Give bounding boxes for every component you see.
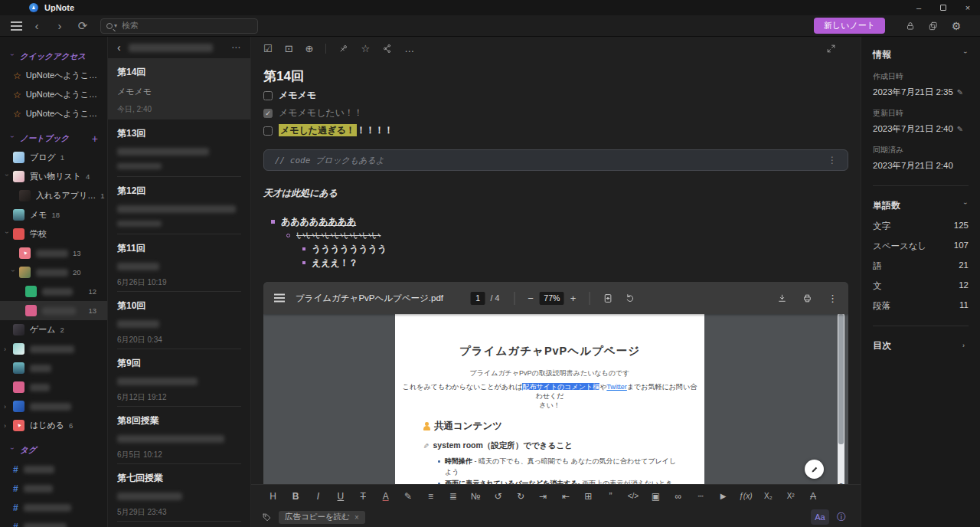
sidebar-item-redacted[interactable]: 13	[0, 244, 107, 263]
align-icon[interactable]: ≡	[420, 491, 442, 502]
tags-header[interactable]: › タグ	[0, 441, 107, 460]
bullet-list-icon[interactable]: ≣	[442, 491, 464, 502]
code-block-icon[interactable]: ▣	[645, 491, 667, 502]
quick-access-item[interactable]: ☆UpNoteへようこ…	[0, 104, 107, 123]
edit-icon[interactable]: ✎	[957, 88, 963, 97]
print-button[interactable]	[802, 293, 812, 303]
sidebar-toggle-icon[interactable]	[11, 25, 22, 27]
info-section-header[interactable]: 情報 ›	[873, 47, 969, 61]
tag-item-redacted[interactable]: #	[0, 460, 107, 479]
insert-icon[interactable]: ⊕	[305, 43, 314, 54]
note-item[interactable]: 第8回授業 6月5日 10:12	[108, 407, 250, 464]
note-item-selected[interactable]: 第14回 メモメモ 今日, 2:40	[108, 58, 250, 119]
twitter-link[interactable]: Twitter	[606, 383, 627, 391]
quick-access-item[interactable]: ☆UpNoteへようこ…	[0, 85, 107, 104]
inline-code-icon[interactable]: </>	[622, 492, 644, 500]
quick-access-item[interactable]: ☆UpNoteへようこ…	[0, 66, 107, 85]
back-button[interactable]: ‹	[28, 19, 45, 32]
outdent-icon[interactable]: ⇤	[554, 491, 577, 502]
close-button[interactable]: ×	[956, 0, 980, 15]
checklist-icon[interactable]: ☑	[263, 43, 273, 54]
highlighter-icon[interactable]: ✎	[397, 491, 419, 502]
windows-button[interactable]	[922, 21, 945, 31]
code-block[interactable]: // code ブロックもあるよ ⋮	[263, 149, 848, 171]
sidebar-item-hajimeru[interactable]: › はじめる6	[0, 416, 107, 435]
checklist-item[interactable]: メモメモ	[263, 88, 848, 103]
note-tag[interactable]: 広告コピーを読む ×	[279, 511, 365, 524]
lock-button[interactable]	[899, 21, 922, 31]
numbered-list-icon[interactable]: №	[465, 491, 487, 502]
remove-tag-icon[interactable]: ×	[354, 513, 359, 522]
scrollbar-thumb[interactable]	[838, 314, 844, 444]
favorite-button[interactable]: ☆	[361, 43, 370, 54]
checkbox-unchecked-icon[interactable]	[263, 126, 273, 136]
annotate-button[interactable]	[805, 460, 824, 479]
wordcount-section-header[interactable]: 単語数 ›	[873, 198, 969, 212]
sidebar-item-school[interactable]: › 学校	[0, 224, 107, 244]
sidebar-item-redacted[interactable]	[0, 358, 107, 378]
sidebar-item-redacted[interactable]: › 20	[0, 263, 107, 282]
note-item[interactable]: 第10回 6月20日 0:34	[108, 292, 250, 349]
note-item[interactable]: 第13回	[108, 119, 250, 177]
comment-section-link[interactable]: 配布サイトのコメント欄	[522, 383, 599, 391]
tag-item-redacted[interactable]: #	[0, 479, 107, 498]
search-input[interactable]: ▾ 検索	[100, 18, 258, 34]
add-notebook-button[interactable]: +	[92, 133, 98, 145]
refresh-button[interactable]: ⟳	[74, 19, 91, 33]
pdf-scrollbar[interactable]: ▾	[838, 314, 844, 489]
edit-icon[interactable]: ✎	[957, 125, 963, 133]
bold-icon[interactable]: B	[284, 491, 306, 502]
sidebar-item-blog[interactable]: ブログ1	[0, 148, 107, 167]
underline-icon[interactable]: U	[329, 491, 351, 502]
sidebar-item-game[interactable]: ゲーム2	[0, 320, 107, 339]
zoom-in-button[interactable]: +	[570, 293, 577, 304]
redo-icon[interactable]: ↻	[509, 491, 531, 502]
notebooks-header[interactable]: › ノートブック +	[0, 129, 107, 148]
list-item[interactable]: えええ！？	[263, 256, 848, 270]
checklist-item[interactable]: ✓ メモメモしたい！！	[263, 106, 848, 120]
emphasis-line[interactable]: 天才は此処にある	[263, 187, 848, 200]
minimize-button[interactable]: –	[906, 0, 931, 15]
attachment-icon[interactable]: ⊡	[285, 43, 293, 54]
checkbox-unchecked-icon[interactable]	[263, 91, 273, 100]
formula-icon[interactable]: ƒ(x)	[734, 492, 756, 500]
pin-button[interactable]	[338, 44, 348, 54]
restore-button[interactable]	[931, 0, 956, 15]
list-item[interactable]: ああああああああ	[263, 214, 848, 228]
list-item[interactable]: いいいいいいいいい	[263, 228, 848, 242]
tag-item-redacted[interactable]: #	[0, 517, 107, 527]
forward-button[interactable]: ›	[51, 19, 68, 32]
sidebar-item-redacted[interactable]: 12	[0, 282, 107, 301]
italic-icon[interactable]: I	[307, 491, 329, 502]
pdf-zoom-level[interactable]: 77%	[540, 292, 564, 305]
sidebar-item-apps[interactable]: 入れるアプリ…1	[0, 186, 107, 205]
new-note-button[interactable]: 新しいノート	[814, 18, 885, 34]
note-content[interactable]: 第14回 メモメモ ✓ メモメモしたい！！ メモした過ぎる！！！！！ // co…	[263, 60, 848, 484]
rotate-button[interactable]	[625, 293, 635, 303]
tag-item-redacted[interactable]: #	[0, 498, 107, 517]
info-button[interactable]: ⓘ	[833, 509, 850, 525]
code-block-more-button[interactable]: ⋮	[828, 155, 837, 165]
list-item[interactable]: うううううううう	[263, 242, 848, 256]
video-icon[interactable]: ▶	[712, 492, 734, 500]
indent-icon[interactable]: ⇥	[532, 491, 554, 502]
sidebar-item-redacted[interactable]	[0, 378, 107, 397]
toc-section-header[interactable]: 目次 ›	[873, 339, 969, 352]
zoom-out-button[interactable]: −	[528, 293, 534, 304]
pdf-more-button[interactable]: ⋮	[828, 293, 838, 304]
typography-button[interactable]: Aa	[811, 509, 829, 525]
sidebar-item-memo[interactable]: メモ18	[0, 205, 107, 224]
sidebar-item-redacted[interactable]: ›	[0, 339, 107, 358]
quick-access-header[interactable]: › クイックアクセス	[0, 47, 107, 66]
pdf-page-input[interactable]: 1	[471, 292, 485, 305]
clear-format-icon[interactable]: A	[802, 491, 824, 502]
pdf-menu-icon[interactable]	[274, 297, 285, 299]
collapse-list-button[interactable]: ‹	[117, 41, 121, 54]
expand-button[interactable]	[826, 44, 836, 54]
superscript-icon[interactable]: X²	[779, 492, 802, 500]
sidebar-item-redacted[interactable]: ›	[0, 397, 107, 416]
quote-icon[interactable]: ”	[599, 491, 622, 502]
divider-icon[interactable]: ┄	[689, 491, 711, 502]
sidebar-item-redacted-selected[interactable]: 13	[0, 301, 107, 320]
download-button[interactable]	[777, 293, 787, 303]
